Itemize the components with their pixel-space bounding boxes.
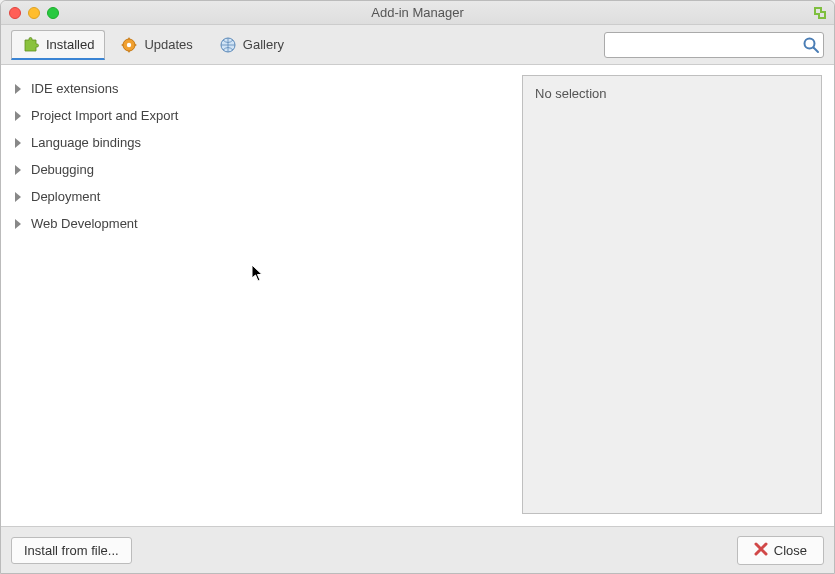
category-project-import-export[interactable]: Project Import and Export	[9, 102, 510, 129]
tab-installed[interactable]: Installed	[11, 30, 105, 60]
chevron-right-icon	[15, 165, 21, 175]
category-label: Debugging	[31, 162, 94, 177]
tab-gallery-label: Gallery	[243, 37, 284, 52]
category-web-development[interactable]: Web Development	[9, 210, 510, 237]
tab-updates-label: Updates	[144, 37, 192, 52]
chevron-right-icon	[15, 111, 21, 121]
install-from-file-button[interactable]: Install from file...	[11, 537, 132, 564]
window-title: Add-in Manager	[1, 5, 834, 20]
category-language-bindings[interactable]: Language bindings	[9, 129, 510, 156]
puzzle-icon	[22, 35, 40, 53]
app-icon	[812, 5, 828, 21]
chevron-right-icon	[15, 84, 21, 94]
category-tree: IDE extensions Project Import and Export…	[1, 65, 518, 526]
close-label: Close	[774, 543, 807, 558]
tab-installed-label: Installed	[46, 37, 94, 52]
svg-point-1	[127, 42, 131, 46]
addin-manager-window: Add-in Manager Installed Updates Gallery	[0, 0, 835, 574]
updates-gear-icon	[120, 36, 138, 54]
category-debugging[interactable]: Debugging	[9, 156, 510, 183]
minimize-window-button[interactable]	[28, 7, 40, 19]
category-label: IDE extensions	[31, 81, 118, 96]
install-from-file-label: Install from file...	[24, 543, 119, 558]
category-deployment[interactable]: Deployment	[9, 183, 510, 210]
titlebar: Add-in Manager	[1, 1, 834, 25]
toolbar: Installed Updates Gallery	[1, 25, 834, 65]
close-window-button[interactable]	[9, 7, 21, 19]
zoom-window-button[interactable]	[47, 7, 59, 19]
close-x-icon	[754, 542, 768, 559]
category-label: Project Import and Export	[31, 108, 178, 123]
globe-icon	[219, 36, 237, 54]
chevron-right-icon	[15, 192, 21, 202]
details-empty-text: No selection	[535, 86, 607, 101]
tab-updates[interactable]: Updates	[109, 30, 203, 60]
footer: Install from file... Close	[1, 527, 834, 573]
content-area: IDE extensions Project Import and Export…	[1, 65, 834, 527]
category-ide-extensions[interactable]: IDE extensions	[9, 75, 510, 102]
category-label: Web Development	[31, 216, 138, 231]
category-label: Deployment	[31, 189, 100, 204]
search-input[interactable]	[604, 32, 824, 58]
tab-gallery[interactable]: Gallery	[208, 30, 295, 60]
details-panel: No selection	[522, 75, 822, 514]
window-controls	[1, 7, 59, 19]
category-label: Language bindings	[31, 135, 141, 150]
chevron-right-icon	[15, 138, 21, 148]
chevron-right-icon	[15, 219, 21, 229]
search-wrap	[604, 32, 824, 58]
close-button[interactable]: Close	[737, 536, 824, 565]
